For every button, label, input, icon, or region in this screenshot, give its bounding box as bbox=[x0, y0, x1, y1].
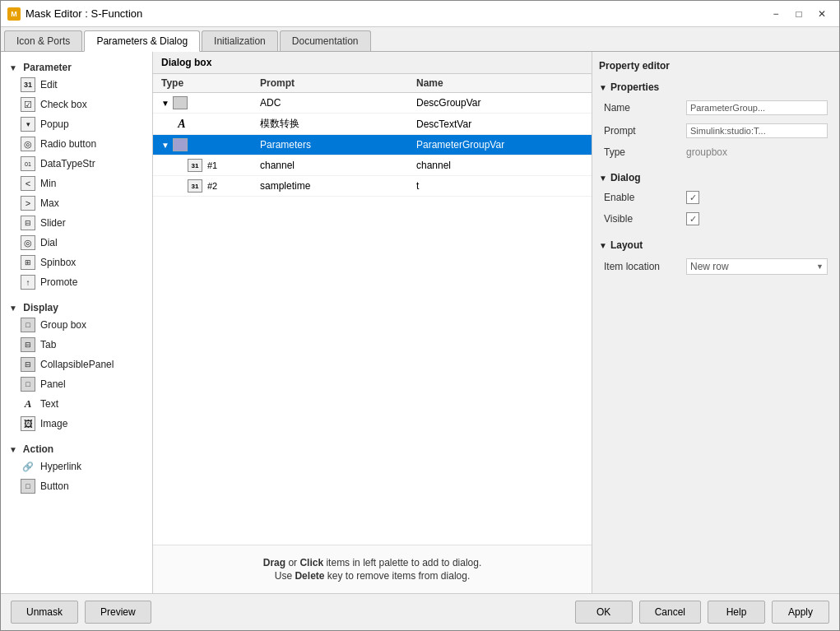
close-button[interactable]: ✕ bbox=[811, 5, 833, 23]
sidebar-item-text[interactable]: A Text bbox=[4, 394, 149, 414]
prop-row-type: Type groupbox bbox=[597, 142, 834, 162]
collapsiblepanel-icon: ⊟ bbox=[21, 357, 35, 372]
prop-value-name: ParameterGroup... bbox=[680, 96, 834, 119]
item-location-dropdown[interactable]: New row ▼ bbox=[686, 258, 828, 275]
unmask-button[interactable]: Unmask bbox=[11, 601, 78, 624]
tab-icon: ⊟ bbox=[21, 337, 35, 352]
sidebar-item-panel[interactable]: □ Panel bbox=[4, 374, 149, 394]
tab-documentation[interactable]: Documentation bbox=[280, 30, 371, 51]
bottom-left-buttons: Unmask Preview bbox=[11, 601, 151, 624]
sidebar-item-slider[interactable]: ⊟ Slider bbox=[4, 213, 149, 233]
help-button[interactable]: Help bbox=[708, 601, 765, 624]
sidebar-item-dial[interactable]: ◎ Dial bbox=[4, 233, 149, 253]
tab-icon-ports[interactable]: Icon & Ports bbox=[4, 30, 82, 51]
sidebar-item-min[interactable]: < Min bbox=[4, 174, 149, 193]
sidebar-item-collapsiblepanel[interactable]: ⊟ CollapsiblePanel bbox=[4, 355, 149, 374]
ok-button[interactable]: OK bbox=[575, 601, 633, 624]
layout-table: Item location New row ▼ bbox=[597, 254, 834, 279]
app-icon: M bbox=[7, 7, 21, 21]
sidebar-item-radio[interactable]: ◎ Radio button bbox=[4, 134, 149, 154]
sidebar-item-checkbox[interactable]: ☑ Check box bbox=[4, 95, 149, 114]
cancel-button[interactable]: Cancel bbox=[639, 601, 701, 624]
prop-value-enable[interactable]: ✓ bbox=[680, 187, 834, 208]
preview-button[interactable]: Preview bbox=[85, 601, 151, 624]
apply-button[interactable]: Apply bbox=[772, 601, 829, 624]
item-location-value: New row bbox=[690, 261, 729, 272]
footer-line1: Drag or Click items in left palette to a… bbox=[161, 557, 583, 568]
image-icon: 🖼 bbox=[21, 416, 35, 431]
minimize-button[interactable]: − bbox=[765, 5, 787, 23]
window-title: Mask Editor : S-Function bbox=[26, 7, 765, 20]
row-name: t bbox=[416, 180, 583, 192]
edit-row2-icon: 31 bbox=[188, 179, 202, 193]
footer-delete-bold: Delete bbox=[295, 570, 324, 582]
checkbox-icon: ☑ bbox=[21, 97, 35, 112]
table-row[interactable]: 31 #1 channel channel bbox=[153, 155, 592, 176]
row-name: channel bbox=[416, 160, 583, 171]
sidebar-item-promote[interactable]: ↑ Promote bbox=[4, 272, 149, 292]
edit-icon: 31 bbox=[21, 77, 35, 92]
dropdown-arrow-icon: ▼ bbox=[816, 262, 824, 271]
section-parameter[interactable]: ▼ Parameter bbox=[4, 58, 149, 75]
sidebar-item-edit[interactable]: 31 Edit bbox=[4, 75, 149, 95]
tab-bar: Icon & Ports Parameters & Dialog Initial… bbox=[1, 27, 839, 52]
radio-icon: ◎ bbox=[21, 137, 35, 151]
section-action[interactable]: ▼ Action bbox=[4, 440, 149, 457]
collapse-parameter-icon: ▼ bbox=[9, 63, 17, 72]
property-editor: Property editor ▼ Properties Name Parame… bbox=[592, 52, 839, 593]
collapse-layout-icon: ▼ bbox=[599, 241, 607, 250]
prop-row-enable: Enable ✓ bbox=[597, 187, 834, 208]
enable-checkbox[interactable]: ✓ bbox=[686, 191, 699, 204]
row-prompt: ADC bbox=[260, 97, 416, 109]
footer-click-bold: Click bbox=[299, 557, 323, 568]
main-window: M Mask Editor : S-Function − □ ✕ Icon & … bbox=[0, 0, 840, 631]
sidebar-item-spinbox[interactable]: ⊞ Spinbox bbox=[4, 253, 149, 272]
properties-table: Name ParameterGroup... Prompt Simulink:s… bbox=[597, 96, 834, 162]
property-editor-title: Property editor bbox=[597, 57, 834, 78]
sidebar-item-max[interactable]: > Max bbox=[4, 193, 149, 213]
dialog-table-body: ▼ ADC DescGroupVar A 模数转换 DescTextVar bbox=[153, 93, 592, 545]
footer-line2: Use Delete key to remove items from dial… bbox=[161, 570, 583, 582]
table-row[interactable]: A 模数转换 DescTextVar bbox=[153, 114, 592, 135]
type-value: groupbox bbox=[686, 146, 727, 158]
sidebar-item-datatypestr[interactable]: 01 DataTypeStr bbox=[4, 154, 149, 174]
visible-checkbox[interactable]: ✓ bbox=[686, 212, 699, 225]
properties-section-header[interactable]: ▼ Properties bbox=[597, 78, 834, 96]
sidebar-item-tab[interactable]: ⊟ Tab bbox=[4, 335, 149, 355]
sidebar-item-image[interactable]: 🖼 Image bbox=[4, 414, 149, 434]
sidebar-item-popup[interactable]: ▾ Popup bbox=[4, 114, 149, 134]
title-bar: M Mask Editor : S-Function − □ ✕ bbox=[1, 1, 839, 27]
sidebar-item-hyperlink[interactable]: 🔗 Hyperlink bbox=[4, 457, 149, 476]
groupbox-icon: □ bbox=[21, 318, 35, 332]
section-display[interactable]: ▼ Display bbox=[4, 299, 149, 315]
prop-label-enable: Enable bbox=[597, 187, 680, 208]
sidebar-item-button[interactable]: □ Button bbox=[4, 476, 149, 496]
bottom-bar: Unmask Preview OK Cancel Help Apply bbox=[1, 593, 839, 630]
bottom-right-buttons: OK Cancel Help Apply bbox=[575, 601, 829, 624]
sidebar-item-groupbox[interactable]: □ Group box bbox=[4, 315, 149, 335]
prop-label-item-location: Item location bbox=[597, 254, 680, 279]
table-row[interactable]: 31 #2 sampletime t bbox=[153, 176, 592, 197]
hyperlink-icon: 🔗 bbox=[21, 459, 35, 474]
row-name: DescTextVar bbox=[416, 118, 583, 130]
dial-icon: ◎ bbox=[21, 235, 35, 250]
edit-row-icon: 31 bbox=[188, 159, 202, 172]
min-icon: < bbox=[21, 176, 35, 191]
row-prompt: Parameters bbox=[260, 139, 416, 151]
slider-icon: ⊟ bbox=[21, 216, 35, 230]
table-row[interactable]: ▼ Parameters ParameterGroupVar bbox=[153, 135, 592, 155]
main-content: ▼ Parameter 31 Edit ☑ Check box ▾ Popup … bbox=[1, 52, 839, 593]
dialog-area: Dialog box Type Prompt Name ▼ ADC DescGr… bbox=[153, 52, 592, 593]
prompt-value: Simulink:studio:T... bbox=[686, 123, 828, 138]
tab-initialization[interactable]: Initialization bbox=[202, 30, 278, 51]
spinbox-icon: ⊞ bbox=[21, 255, 35, 270]
promote-icon: ↑ bbox=[21, 275, 35, 290]
table-row[interactable]: ▼ ADC DescGroupVar bbox=[153, 93, 592, 114]
prop-value-type: groupbox bbox=[680, 142, 834, 162]
dialog-section-header[interactable]: ▼ Dialog bbox=[597, 169, 834, 187]
restore-button[interactable]: □ bbox=[788, 5, 810, 23]
prop-value-visible[interactable]: ✓ bbox=[680, 208, 834, 230]
prop-value-item-location: New row ▼ bbox=[680, 254, 834, 279]
tab-parameters-dialog[interactable]: Parameters & Dialog bbox=[84, 30, 200, 52]
layout-section-header[interactable]: ▼ Layout bbox=[597, 236, 834, 254]
